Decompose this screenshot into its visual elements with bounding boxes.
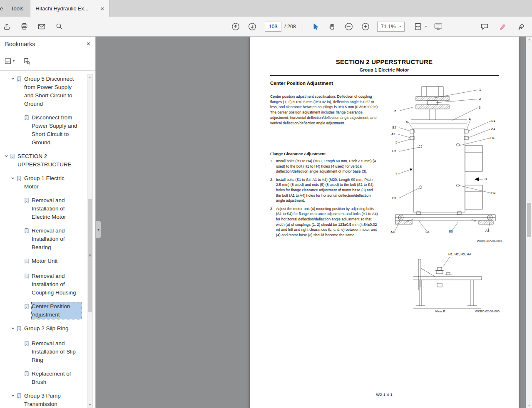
page-heading: Center Position Adjustment bbox=[270, 81, 333, 86]
zoom-in-icon[interactable] bbox=[360, 21, 371, 32]
fit-width-icon bbox=[412, 21, 424, 32]
close-panel-icon[interactable]: × bbox=[87, 41, 90, 47]
bookmark-icon bbox=[24, 272, 32, 282]
toolbar-left-group bbox=[1, 17, 65, 36]
bookmark-item[interactable]: Removal and Installation of Coupling Hou… bbox=[0, 272, 86, 297]
callout-s3: S3 bbox=[449, 230, 453, 233]
callout-e: e bbox=[475, 220, 476, 223]
toolbar-separator bbox=[303, 21, 303, 32]
fill-sign-icon[interactable] bbox=[515, 21, 527, 32]
bookmark-icon bbox=[24, 257, 32, 267]
bookmark-icon bbox=[17, 75, 24, 84]
bookmark-options-dropdown[interactable]: ▾ bbox=[4, 57, 15, 65]
callout-h3: H3 bbox=[491, 191, 495, 195]
callout-a: a bbox=[394, 109, 396, 112]
bookmark-icon bbox=[24, 339, 32, 349]
bookmark-item[interactable]: Removal and Installation of Slip Ring bbox=[0, 339, 86, 364]
step-item: 2. Install bolts (S1 to S4, A1 to A4) (M… bbox=[270, 177, 378, 203]
collapse-left-icon: ◂ bbox=[97, 227, 99, 232]
bookmark-item[interactable]: Group 3 Pump Transmission bbox=[0, 392, 86, 408]
bookmark-item[interactable]: SECTION 2 UPPERSTRUCTURE bbox=[0, 152, 86, 169]
bookmark-item[interactable]: Removal and Installation of Electric Mot… bbox=[0, 196, 86, 221]
toolbar-right-group bbox=[479, 17, 527, 36]
tab-home-partial[interactable]: e bbox=[0, 0, 4, 17]
callout-h2: H2 bbox=[392, 150, 396, 153]
callout-h4: H4 bbox=[392, 196, 396, 200]
bookmarks-scrollbar[interactable]: ▲ ▼ bbox=[87, 74, 93, 408]
scroll-up-icon[interactable]: ▲ bbox=[526, 38, 532, 41]
title-rule bbox=[270, 75, 499, 76]
bookmark-icon bbox=[17, 324, 24, 334]
chevron-down-icon: ▾ bbox=[425, 25, 427, 28]
document-scrollbar[interactable]: ▲ ▼ bbox=[526, 37, 532, 408]
comment-icon[interactable] bbox=[479, 21, 490, 32]
next-page-icon[interactable] bbox=[246, 21, 258, 32]
scroll-down-icon[interactable]: ▼ bbox=[87, 403, 92, 406]
bookmark-icon bbox=[24, 114, 32, 123]
select-tool-icon[interactable] bbox=[310, 21, 321, 32]
bookmark-item[interactable]: Group 5 Disconnect from Power Supply and… bbox=[0, 75, 86, 108]
tab-document-label: Hitachi Hydraulic Ex... bbox=[35, 5, 88, 12]
figure-2-callout: H1, H2, H3, H4 bbox=[448, 252, 471, 256]
callout-3: 3 bbox=[479, 106, 480, 109]
bookmark-item[interactable]: Disconnect from Power Supply and Short C… bbox=[0, 114, 86, 147]
bookmark-item[interactable]: Group 2 Slip Ring bbox=[0, 324, 86, 334]
bookmark-label: Group 1 Electric Motor bbox=[24, 174, 77, 191]
bookmark-icon bbox=[24, 196, 32, 206]
step-item: 1. Install bolts (H1 to H4) (M30, Length… bbox=[270, 158, 378, 174]
email-icon[interactable] bbox=[36, 21, 47, 32]
panel-collapse-handle[interactable]: ◂ bbox=[96, 221, 101, 238]
previous-page-icon[interactable] bbox=[230, 21, 241, 32]
chevron-down-icon[interactable] bbox=[9, 75, 17, 81]
zoom-out-icon[interactable] bbox=[343, 21, 355, 32]
callout-b-view: B bbox=[485, 178, 487, 181]
scroll-down-icon[interactable]: ▼ bbox=[526, 404, 532, 407]
bookmarks-panel-title: Bookmarks bbox=[5, 41, 35, 47]
figure-1-caption: WKBC-02-01-008 bbox=[477, 239, 502, 243]
locate-bookmark-icon[interactable] bbox=[23, 57, 30, 65]
scrollbar-thumb[interactable] bbox=[527, 203, 531, 237]
chevron-down-icon[interactable] bbox=[9, 174, 17, 180]
callout-4: 4 bbox=[395, 172, 397, 176]
page-display-icon[interactable] bbox=[433, 21, 444, 32]
document-area[interactable]: SECTION 2 UPPERSTRUCTURE Group 1 Electri… bbox=[96, 37, 532, 408]
bookmark-item[interactable]: Replacement of Brush bbox=[0, 370, 86, 386]
procedure-steps: 1. Install bolts (H1 to H4) (M30, Length… bbox=[270, 158, 378, 240]
page-number-input[interactable] bbox=[265, 22, 281, 32]
hand-tool-icon[interactable] bbox=[326, 21, 338, 32]
bookmark-item[interactable]: Group 1 Electric Motor bbox=[0, 174, 86, 191]
scroll-up-icon[interactable]: ▲ bbox=[87, 76, 92, 79]
callout-s1: S1 bbox=[491, 119, 495, 123]
share-icon[interactable] bbox=[1, 21, 12, 32]
fit-width-dropdown[interactable]: ▾ bbox=[412, 21, 427, 32]
bookmark-item-selected[interactable]: Center Position Adjustment bbox=[0, 302, 86, 319]
bookmarks-panel-header: Bookmarks × bbox=[0, 37, 95, 52]
page-count-label: / 208 bbox=[284, 24, 296, 30]
callout-h1: H1 bbox=[490, 136, 495, 140]
bookmark-label: Center Position Adjustment bbox=[32, 302, 82, 319]
close-tab-icon[interactable]: × bbox=[101, 5, 104, 12]
chevron-down-icon[interactable] bbox=[9, 392, 17, 398]
motor-diagram-figure: 1 2 3 a b c S2 A2 5 H2 4 H4 S1 A1 H1 B H bbox=[389, 83, 502, 246]
print-icon[interactable] bbox=[18, 21, 30, 32]
tab-document[interactable]: Hitachi Hydraulic Ex... × bbox=[30, 0, 109, 17]
search-icon[interactable] bbox=[53, 21, 65, 32]
bookmark-item[interactable]: Removal and Installation of Bearing bbox=[0, 227, 86, 252]
bookmark-item[interactable]: Motor Unit bbox=[0, 257, 86, 267]
bookmark-icon bbox=[17, 392, 24, 401]
tab-tools[interactable]: Tools bbox=[4, 0, 30, 17]
section-title: SECTION 2 UPPERSTRUCTURE bbox=[250, 58, 519, 65]
callout-1: 1 bbox=[479, 88, 481, 91]
bookmark-label: Group 3 Pump Transmission bbox=[24, 392, 77, 408]
callout-c: c bbox=[469, 117, 470, 121]
bookmark-label: Disconnect from Power Supply and Short C… bbox=[32, 114, 82, 147]
pdf-page: SECTION 2 UPPERSTRUCTURE Group 1 Electri… bbox=[250, 37, 519, 408]
bookmarks-panel-toolbar: ▾ bbox=[0, 52, 95, 71]
chevron-down-icon[interactable] bbox=[2, 152, 10, 158]
chevron-down-icon[interactable] bbox=[9, 324, 17, 330]
bookmark-icon bbox=[17, 174, 24, 184]
callout-a3: A3 bbox=[485, 229, 490, 232]
scrollbar-thumb[interactable] bbox=[88, 199, 92, 312]
zoom-level-dropdown[interactable]: 71.1% ▾ bbox=[377, 22, 405, 32]
highlight-icon[interactable] bbox=[497, 21, 509, 32]
